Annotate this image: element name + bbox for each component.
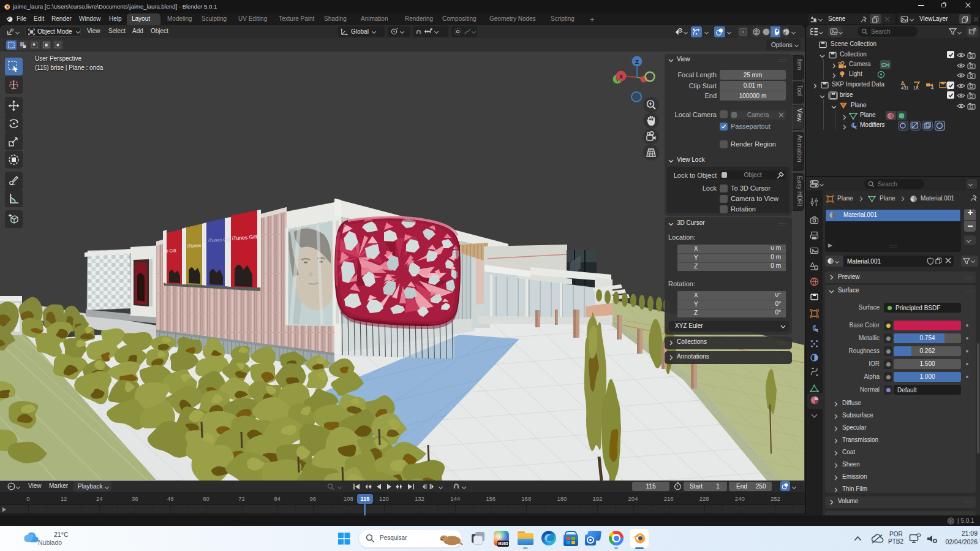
svg-text:1K: 1K [913,85,919,91]
svg-text:Z: Z [635,58,639,65]
svg-text:X: X [619,74,623,80]
svg-text:4: 4 [931,85,933,91]
svg-text:431: 431 [901,85,909,91]
svg-text:es Gift: es Gift [164,248,176,254]
svg-text:iTunes G: iTunes G [187,242,206,249]
